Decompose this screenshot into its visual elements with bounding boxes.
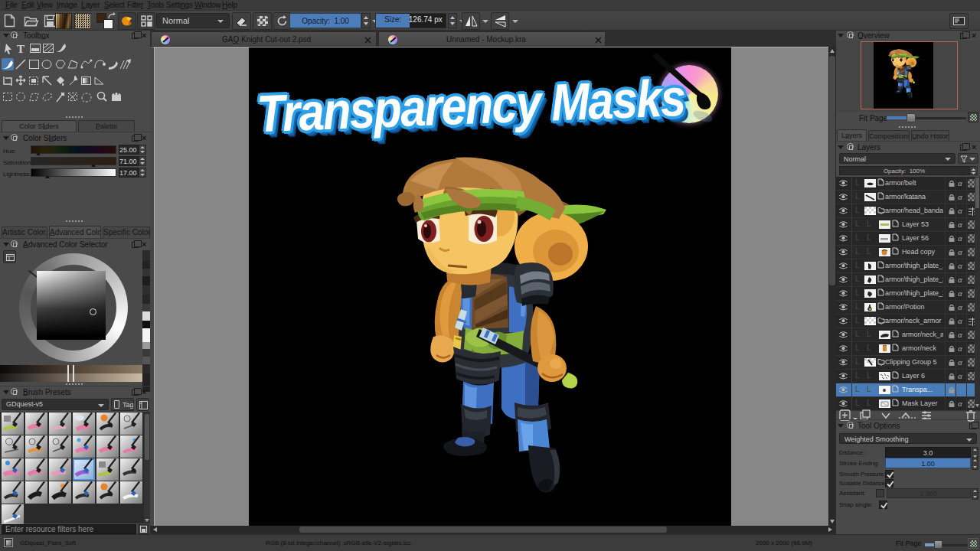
svg-text:T: T xyxy=(17,43,24,55)
